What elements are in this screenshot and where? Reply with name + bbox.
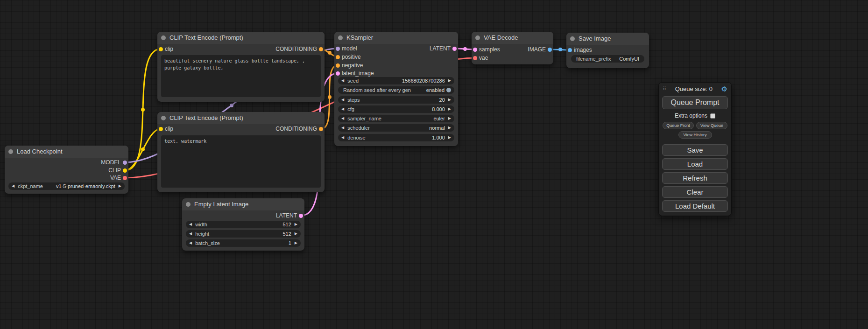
decrement-arrow-icon[interactable]: ◀ [189,239,192,247]
decrement-arrow-icon[interactable]: ◀ [189,221,192,228]
slot-dot-conditioning[interactable] [319,127,323,131]
widget-sampler-name[interactable]: ◀ sampler_name euler ▶ [338,115,454,122]
refresh-button[interactable]: Refresh [662,172,728,184]
widget-scheduler[interactable]: ◀ scheduler normal ▶ [338,124,454,132]
widget-ckpt-name[interactable]: ◀ ckpt_name v1-5-pruned-emaonly.ckpt ▶ [8,182,125,190]
settings-gear-icon[interactable]: ⚙ [721,85,727,92]
output-slot-vae[interactable]: VAE [110,174,121,182]
widget-cfg[interactable]: ◀ cfg 8.000 ▶ [338,105,454,113]
increment-arrow-icon[interactable]: ▶ [119,182,121,190]
drag-handle-icon[interactable]: ⠿ [663,86,666,91]
increment-arrow-icon[interactable]: ▶ [448,105,451,113]
input-slot-latent-image[interactable]: latent_image [342,70,374,77]
toggle-indicator-icon[interactable] [446,88,451,92]
collapse-dot-icon[interactable] [186,202,191,207]
output-slot-model[interactable]: MODEL [101,159,121,166]
slot-dot-latent[interactable] [336,71,340,76]
input-slot-model[interactable]: model [342,45,357,52]
slot-dot-latent[interactable] [473,48,477,52]
increment-arrow-icon[interactable]: ▶ [448,134,451,141]
slot-dot-clip[interactable] [159,47,163,51]
increment-arrow-icon[interactable]: ▶ [295,230,297,238]
collapse-dot-icon[interactable] [475,35,480,40]
collapse-dot-icon[interactable] [570,36,575,41]
output-slot-latent[interactable]: LATENT [430,45,451,52]
collapse-dot-icon[interactable] [338,35,343,40]
widget-denoise[interactable]: ◀ denoise 1.000 ▶ [338,134,454,141]
widget-random-seed-toggle[interactable]: Random seed after every gen enabled [338,86,454,94]
decrement-arrow-icon[interactable]: ◀ [12,182,14,190]
slot-dot-latent[interactable] [452,47,457,51]
widget-seed[interactable]: ◀ seed 156680208700286 ▶ [338,77,454,84]
increment-arrow-icon[interactable]: ▶ [448,124,451,132]
view-history-button[interactable]: View History [678,131,712,139]
slot-dot-vae[interactable] [123,176,127,180]
slot-dot-model[interactable] [336,47,340,51]
input-slot-clip[interactable]: clip [165,125,173,133]
decrement-arrow-icon[interactable]: ◀ [341,124,344,132]
node-title-bar[interactable]: VAE Decode [472,32,553,44]
node-load-checkpoint[interactable]: Load Checkpoint MODEL CLIP VAE ◀ ckpt_na… [5,146,128,194]
node-title-bar[interactable]: CLIP Text Encode (Prompt) [157,112,325,124]
node-title-bar[interactable]: Load Checkpoint [5,146,128,158]
node-ksampler[interactable]: KSampler model positive negative latent_… [334,32,458,146]
increment-arrow-icon[interactable]: ▶ [448,115,451,122]
node-title-bar[interactable]: CLIP Text Encode (Prompt) [157,32,325,44]
decrement-arrow-icon[interactable]: ◀ [341,77,344,84]
decrement-arrow-icon[interactable]: ◀ [341,96,344,104]
output-slot-conditioning[interactable]: CONDITIONING [275,45,317,53]
increment-arrow-icon[interactable]: ▶ [295,239,297,247]
widget-steps[interactable]: ◀ steps 20 ▶ [338,96,454,104]
node-vae-decode[interactable]: VAE Decode samples vae IMAGE [472,32,553,64]
input-slot-samples[interactable]: samples [479,46,500,53]
node-clip-text-encode-positive[interactable]: CLIP Text Encode (Prompt) clip CONDITION… [157,32,325,102]
save-button[interactable]: Save [662,144,728,156]
collapse-dot-icon[interactable] [161,35,166,40]
decrement-arrow-icon[interactable]: ◀ [189,230,192,238]
input-slot-negative[interactable]: negative [342,62,363,69]
decrement-arrow-icon[interactable]: ◀ [341,115,344,122]
output-slot-clip[interactable]: CLIP [108,167,121,174]
node-title-bar[interactable]: KSampler [334,32,458,44]
input-slot-clip[interactable]: clip [165,45,173,53]
collapse-dot-icon[interactable] [8,149,13,154]
widget-height[interactable]: ◀ height 512 ▶ [186,230,301,238]
node-empty-latent-image[interactable]: Empty Latent Image LATENT ◀ width 512 ▶ … [182,198,304,251]
prompt-textarea[interactable]: beautiful scenery nature glass bottle la… [161,55,321,97]
increment-arrow-icon[interactable]: ▶ [295,221,297,228]
output-slot-conditioning[interactable]: CONDITIONING [275,125,317,133]
load-button[interactable]: Load [662,158,728,170]
widget-filename-prefix[interactable]: filename_prefix ComfyUI [571,55,644,63]
slot-dot-conditioning[interactable] [336,63,340,68]
slot-dot-model[interactable] [123,161,127,165]
node-save-image[interactable]: Save Image images filename_prefix ComfyU… [566,33,649,68]
input-slot-vae[interactable]: vae [479,54,488,62]
decrement-arrow-icon[interactable]: ◀ [341,134,344,141]
queue-front-button[interactable]: Queue Front [663,122,694,129]
output-slot-image[interactable]: IMAGE [528,46,546,53]
node-clip-text-encode-negative[interactable]: CLIP Text Encode (Prompt) clip CONDITION… [157,112,325,192]
slot-dot-clip[interactable] [159,127,163,131]
input-slot-images[interactable]: images [574,46,592,54]
extra-options-checkbox[interactable] [710,113,715,119]
collapse-dot-icon[interactable] [161,116,166,120]
widget-width[interactable]: ◀ width 512 ▶ [186,221,301,228]
slot-dot-vae[interactable] [473,56,477,60]
slot-dot-conditioning[interactable] [319,47,323,51]
view-queue-button[interactable]: View Queue [696,122,727,129]
output-slot-latent[interactable]: LATENT [276,212,297,219]
slot-dot-conditioning[interactable] [336,55,340,59]
increment-arrow-icon[interactable]: ▶ [448,96,451,104]
increment-arrow-icon[interactable]: ▶ [448,77,451,84]
slot-dot-latent[interactable] [299,214,303,218]
node-title-bar[interactable]: Save Image [566,33,649,45]
node-title-bar[interactable]: Empty Latent Image [182,198,304,210]
prompt-textarea[interactable]: text, watermark [161,135,321,188]
slot-dot-image[interactable] [548,48,552,52]
load-default-button[interactable]: Load Default [662,200,728,212]
decrement-arrow-icon[interactable]: ◀ [341,105,344,113]
queue-prompt-button[interactable]: Queue Prompt [662,96,728,109]
clear-button[interactable]: Clear [662,186,728,198]
graph-canvas[interactable]: { "icons": { "left_arrow": "◀", "right_a… [0,0,868,329]
input-slot-positive[interactable]: positive [342,53,361,61]
